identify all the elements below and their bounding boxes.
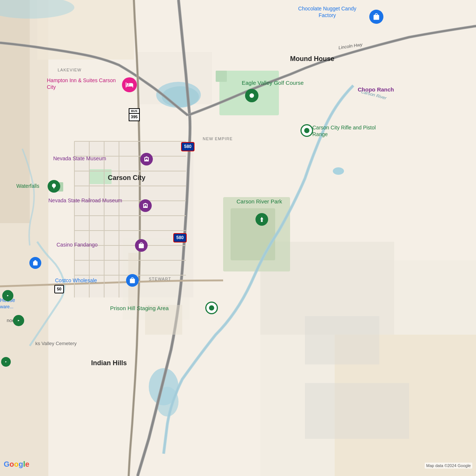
chocolate-nugget-marker[interactable] (369, 10, 383, 24)
bottom-left-golf-marker[interactable] (13, 315, 24, 326)
google-o2: o (14, 460, 19, 468)
google-logo: Google (4, 460, 29, 469)
map-svg (0, 0, 476, 476)
i580-north-shield: 580 (181, 142, 194, 151)
svg-rect-11 (305, 383, 409, 439)
svg-point-19 (162, 86, 199, 107)
map-attribution: Map data ©2024 Google (425, 463, 472, 469)
svg-rect-39 (145, 305, 182, 335)
svg-rect-10 (305, 316, 379, 364)
bottom-left-marker[interactable] (1, 357, 11, 367)
prison-hill-marker[interactable] (205, 302, 218, 314)
carson-rifle-marker[interactable] (300, 124, 313, 137)
us50-shield: 50 (54, 285, 64, 293)
svg-rect-13 (216, 71, 227, 82)
bus395-label: 395 (131, 115, 138, 119)
svg-rect-15 (231, 208, 275, 260)
house-ware-marker[interactable] (29, 257, 41, 269)
nevada-railroad-museum-marker[interactable] (139, 199, 152, 212)
i580-north-label: 580 (184, 144, 192, 149)
us50-label: 50 (57, 287, 61, 291)
i580-south-label: 580 (176, 235, 184, 240)
svg-point-20 (333, 167, 344, 175)
waterfalls-marker[interactable] (48, 180, 60, 193)
left-golf-marker[interactable] (2, 290, 13, 301)
bus395-shield: BUS 395 (129, 108, 140, 121)
google-e: e (25, 460, 29, 468)
nevada-state-museum-marker[interactable] (140, 153, 153, 165)
costco-marker[interactable] (126, 274, 139, 287)
casino-fandango-marker[interactable] (135, 239, 148, 252)
google-o1: o (10, 460, 14, 468)
google-g2: g (19, 460, 23, 468)
hampton-inn-marker[interactable] (122, 77, 137, 92)
google-g1: G (4, 460, 10, 468)
svg-rect-2 (0, 0, 30, 223)
map-container: Carson City Mound House Indian Hills LAK… (0, 0, 476, 476)
eagle-valley-golf-marker[interactable] (245, 89, 258, 102)
i580-south-shield: 580 (173, 233, 187, 242)
carson-river-park-marker[interactable] (255, 213, 268, 226)
